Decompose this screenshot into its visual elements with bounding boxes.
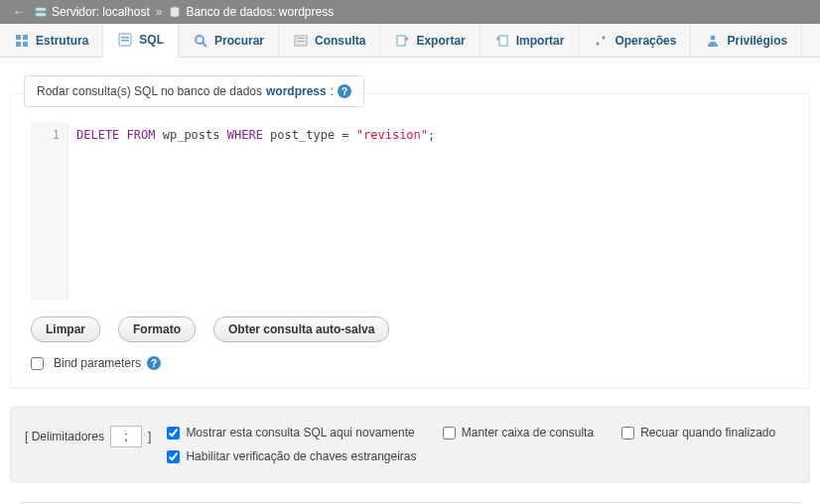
rollback-option[interactable]: Recuar quando finalizado [621,426,775,440]
line-number: 1 [31,128,60,142]
tab-procurar[interactable]: Procurar [179,24,279,57]
tab-estrutura[interactable]: Estrutura [0,24,103,57]
panel-title: Rodar consulta(s) SQL no banco de dados … [24,75,364,107]
operations-icon [593,33,609,49]
svg-rect-5 [16,42,21,47]
panel-title-suffix: : [331,84,334,98]
sql-col: post_type = [263,128,356,142]
privileges-icon [705,33,721,49]
bottom-options: [ Delimitadores ] Mostrar esta consulta … [10,407,810,482]
option-row-2: Habilitar verificação de chaves estrange… [167,449,775,463]
svg-line-11 [203,43,206,47]
server-crumb[interactable]: Servidor: localhost [34,5,150,19]
panel-title-dbname[interactable]: wordpress [266,84,327,98]
sql-code[interactable]: DELETE FROM wp_posts WHERE post_type = "… [68,122,789,301]
tab-privilegios[interactable]: Privilégios [691,24,802,57]
help-icon[interactable]: ? [338,84,351,98]
tab-label: Consulta [315,34,365,48]
sql-string: "revision" [356,128,428,142]
tab-label: Estrutura [36,34,88,48]
delimiter-group: [ Delimitadores ] [25,426,151,447]
show-again-label: Mostrar esta consulta SQL aqui novamente [186,426,414,440]
tab-exportar[interactable]: Exportar [380,24,479,57]
keep-box-checkbox[interactable] [443,427,456,440]
bind-params-row: Bind parameters ? [11,352,809,374]
clear-button[interactable]: Limpar [31,316,100,342]
breadcrumb-separator: » [156,5,163,19]
sql-icon [117,32,133,48]
svg-rect-9 [121,40,129,42]
autosave-button[interactable]: Obter consulta auto-salva [213,316,389,342]
sql-editor[interactable]: 1 DELETE FROM wp_posts WHERE post_type =… [31,122,789,301]
keep-box-label: Manter caixa de consulta [462,426,594,440]
tab-label: SQL [139,33,164,47]
fk-checkbox[interactable] [167,450,180,463]
fk-label: Habilitar verificação de chaves estrange… [186,449,416,463]
fk-option[interactable]: Habilitar verificação de chaves estrange… [167,449,416,463]
tab-label: Procurar [214,34,264,48]
svg-rect-8 [121,37,129,39]
tab-label: Privilégios [727,34,787,48]
tab-label: Importar [516,34,565,48]
keep-box-option[interactable]: Manter caixa de consulta [443,426,594,440]
delimiter-close: ] [148,430,151,443]
kw-delete: DELETE [76,128,119,142]
export-icon [394,33,410,49]
kw-where: WHERE [227,128,263,142]
panel-title-prefix: Rodar consulta(s) SQL no banco de dados [37,84,262,98]
svg-rect-4 [23,35,28,40]
option-row-1: Mostrar esta consulta SQL aqui novamente… [167,426,775,440]
back-arrow[interactable]: ← [4,4,34,20]
database-icon [168,5,182,19]
svg-rect-14 [297,41,305,42]
svg-point-10 [196,36,204,44]
tab-consulta[interactable]: Consulta [279,24,380,57]
format-button[interactable]: Formato [118,316,196,342]
svg-rect-16 [499,36,507,46]
breadcrumb-bar: ← Servidor: localhost » Banco de dados: … [0,0,820,24]
search-icon [193,33,208,49]
tab-label: Operações [615,34,676,48]
svg-point-17 [711,35,716,40]
show-again-option[interactable]: Mostrar esta consulta SQL aqui novamente [167,426,414,440]
show-again-checkbox[interactable] [167,427,180,440]
database-label: Banco de dados: wordpress [186,5,334,19]
delimiter-open: [ Delimitadores [25,430,104,443]
sql-tail: ; [428,128,435,142]
tab-label: Exportar [416,34,465,48]
server-icon [34,5,48,19]
database-crumb[interactable]: Banco de dados: wordpress [168,5,334,19]
rollback-checkbox[interactable] [621,427,634,440]
sql-table: wp_posts [156,128,227,142]
footer-divider [20,502,800,503]
svg-rect-13 [297,38,305,39]
sql-content: Rodar consulta(s) SQL no banco de dados … [0,58,820,504]
svg-rect-1 [36,13,47,17]
checkbox-options: Mostrar esta consulta SQL aqui novamente… [167,426,775,463]
svg-rect-3 [16,35,21,40]
svg-rect-6 [23,42,28,47]
line-gutter: 1 [31,122,68,301]
svg-rect-15 [397,36,405,46]
query-icon [293,33,309,49]
tab-operacoes[interactable]: Operações [579,24,691,57]
import-icon [494,33,510,49]
editor-buttons: Limpar Formato Obter consulta auto-salva [11,313,809,352]
tab-importar[interactable]: Importar [480,24,580,57]
bind-params-label: Bind parameters [54,356,141,370]
kw-from: FROM [127,128,156,142]
sql-panel: 1 DELETE FROM wp_posts WHERE post_type =… [10,93,810,389]
main-tabs: Estrutura SQL Procurar Consulta Exportar… [0,24,820,58]
help-icon[interactable]: ? [147,356,161,370]
delimiter-input[interactable] [110,426,142,447]
structure-icon [14,33,30,49]
server-label: Servidor: localhost [52,5,150,19]
rollback-label: Recuar quando finalizado [640,426,775,440]
svg-rect-0 [36,8,47,12]
bind-params-checkbox[interactable] [31,357,44,370]
tab-sql[interactable]: SQL [103,24,179,58]
